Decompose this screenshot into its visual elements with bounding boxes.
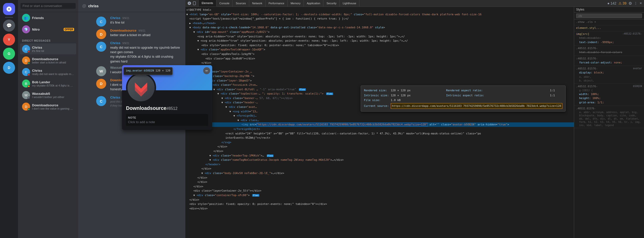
dm-status-dl-1 xyxy=(28,62,30,64)
dom-line-body[interactable]: ▼ <body data-new-gr-c-s-check-loaded="14… xyxy=(185,25,574,30)
expand-html[interactable]: ▼ xyxy=(186,13,188,16)
dom-panel[interactable]: <!DOCTYPE html> ▼ <html lang="en-GB" sty… xyxy=(185,7,574,238)
tab-security[interactable]: Security xyxy=(323,0,340,7)
device-icon[interactable] xyxy=(192,1,196,5)
dom-line-devtools2: <div class="appDevTools-1zkgfK"> xyxy=(185,52,574,56)
dom-line-closediv8: </div> xyxy=(185,184,574,189)
server-icon-3[interactable]: G xyxy=(3,48,15,60)
profile-banner: img.avatar-b5OQ1N 120 × 120 ✏ xyxy=(122,65,212,90)
nitro-avatar: 💎 xyxy=(22,25,30,33)
styles-prop-elemlist: a, abbr, acronym, address, applet, big, … xyxy=(576,111,642,127)
devtools-panel: Elements Console Sources Network Perform… xyxy=(185,0,644,238)
dom-line-emptydiv: <div></div> xyxy=(185,206,574,211)
dm-item-downloadsource-1[interactable]: D Downloadsource better start a ticket i… xyxy=(20,55,76,66)
msg-text-3b: my skylake i5700k at 4.9ghz is still cru… xyxy=(110,54,181,63)
dom-line-img[interactable]: <img src="https://cdn.discordapp.com/ava… xyxy=(185,122,574,127)
dom-line-devtools[interactable]: ▼ <div class="appDevToolsWrapper-1QxdQF"… xyxy=(185,47,574,52)
tab-lighthouse[interactable]: Lighthouse xyxy=(340,0,359,7)
img-tooltip-header: img.avatar-b5OQ1N 120 × 120 xyxy=(126,69,170,72)
dom-line-script: <script type="text/javascript">window["_… xyxy=(185,17,574,21)
profile-note-section[interactable]: NOTE Click to add a note xyxy=(126,114,208,126)
dm-avatar-wass: W xyxy=(22,91,30,99)
tooltip-intrinsic-label: Intrinsic size: xyxy=(364,93,390,98)
profile-avatar-large xyxy=(126,73,156,103)
styles-rule-forcedcolor: .40532.01576- html.disable-forced-colors xyxy=(574,46,644,56)
discord-home-button[interactable] xyxy=(3,3,15,15)
element-style-label: element.styl... xyxy=(576,26,601,30)
server-divider xyxy=(5,17,13,18)
dom-line-svg1: <svg aria-hidden="true" style="position:… xyxy=(185,34,574,39)
styles-adjust-selector[interactable]: :40532.01576- xyxy=(576,57,642,60)
tab-console[interactable]: Console xyxy=(216,0,233,7)
dm-item-bob[interactable]: B Bob Lander my skylake i5700k at 4.9ghz… xyxy=(20,78,76,89)
dom-line-layercontainer[interactable]: ▼ <div class="layerContainer-2v_… xyxy=(185,69,574,74)
dm-search-input[interactable] xyxy=(21,3,76,9)
friends-item[interactable]: 👥 Friends xyxy=(20,12,76,23)
tab-memory[interactable]: Memory xyxy=(288,0,304,7)
dom-line-html[interactable]: ▼ <html lang="en-GB" style="font-size: 1… xyxy=(185,12,574,17)
tab-sources[interactable]: Sources xyxy=(233,0,249,7)
dom-line-closeheader: </header> xyxy=(185,162,574,167)
nitro-item[interactable]: 💎 Nitro OFFER xyxy=(20,24,76,35)
dm-item-wassabub[interactable]: W Wassabub5 I wouldn't bother yet either xyxy=(20,90,76,101)
chat-header: @ chriss xyxy=(78,0,185,12)
tooltip-rendered-aspect: 1:1 xyxy=(550,88,562,93)
dm-item-chriss-1[interactable]: C Chriss it's fine lol xyxy=(20,43,76,54)
styles-forcedcolor-selector[interactable]: .40532.01576- xyxy=(576,47,642,50)
styles-element-selector[interactable]: element.styl... xyxy=(576,26,642,30)
styles-rule-avatar-b5: .40532.01576- b5OQ1N g-33B3J { width: 10… xyxy=(574,84,644,106)
msg-avatar-2: D xyxy=(96,29,106,39)
styles-elemlist-selector[interactable]: .40532.01576- xyxy=(576,107,642,110)
profile-edit-button[interactable]: ✏ xyxy=(203,67,210,74)
dom-line-layer[interactable]: ▼ <div class="layer-1Bqmd3"> xyxy=(185,78,574,83)
dom-line-containertop[interactable]: ▼ <div class="containerTop-xFc80"> Flex xyxy=(185,193,574,198)
dm-item-chriss-2[interactable]: C Chriss really did not want to upgrade … xyxy=(20,66,76,77)
styles-avatar-b5-selector[interactable]: .40532.01576- b5OQ1N xyxy=(576,85,642,88)
friends-label: Friends xyxy=(32,16,74,20)
profile-discriminator: #8512 xyxy=(166,106,178,111)
server-sidebar: 💬 Y G D xyxy=(0,0,18,238)
styles-show-cls-selector[interactable]: .show .cls + xyxy=(576,20,642,24)
dom-line-foreignobj[interactable]: ▼ <foreignObj… xyxy=(185,114,574,118)
dom-line-backdrop[interactable]: ▼ <div class="backdrop-2byYRN "> xyxy=(185,74,574,78)
dom-line-headertop[interactable]: ▼ <div class="headerTop-1PKKck">… Flex xyxy=(185,153,574,158)
dom-line-appmount[interactable]: ▼ <div id="app-mount" class="appMount-2y… xyxy=(185,30,574,34)
server-icon-2[interactable]: Y xyxy=(3,34,15,46)
tooltip-filesize-label: File size: xyxy=(364,98,390,103)
styles-prop-g33: g-33B3J { xyxy=(576,89,642,92)
styles-imgsrc-selector[interactable]: img[src] :40532:01576- xyxy=(576,32,642,36)
msg-username-1: Chriss xyxy=(110,16,120,20)
styles-prop-height: height: 100%; xyxy=(576,96,642,101)
msg-avatar-1: C xyxy=(96,17,106,27)
dm-status-dl-2 xyxy=(28,108,30,111)
dm-item-downloadsource-2[interactable]: D Downloadsource I don't see the value i… xyxy=(20,101,76,112)
styles-filter-input[interactable] xyxy=(576,14,642,18)
flex-badge-4: Flex xyxy=(252,194,259,197)
devtools-left-icons xyxy=(185,0,199,7)
profile-username-text: Downloadsource xyxy=(126,105,166,111)
tab-performance[interactable]: Performance xyxy=(266,0,288,7)
tab-network[interactable]: Network xyxy=(249,0,266,7)
tab-elements[interactable]: Elements xyxy=(199,0,216,7)
nitro-label: Nitro xyxy=(32,28,62,31)
dm-status-chriss-2 xyxy=(28,73,30,76)
dom-line-body-div[interactable]: ▼ <div class="body-1UAv50 noTabBar-2Q-lE… xyxy=(185,171,574,176)
close-devtools-icon[interactable]: ✕ xyxy=(639,2,642,5)
flex-badge-3: Flex xyxy=(267,154,274,157)
dom-line-closeforeignobj: </foreignObject> xyxy=(185,127,574,131)
dom-line-closediv4: </div> xyxy=(185,149,574,153)
inspect-icon[interactable] xyxy=(187,1,191,5)
styles-avatar-display-selector[interactable]: .40532.01576- avatar xyxy=(576,67,642,70)
profile-popup: img.avatar-b5OQ1N 120 × 120 ✏ xyxy=(122,65,212,130)
msg-avatar-6: C xyxy=(96,96,106,106)
more-icon[interactable]: ⋮ xyxy=(634,1,637,5)
server-icon-1[interactable]: 💬 xyxy=(3,20,15,32)
styles-prop-width: width: 100%; xyxy=(576,92,642,97)
dom-line-nametag[interactable]: ▼ <div class="nameTagNoCustomStatus-3ocq… xyxy=(185,158,574,162)
dom-line-divclass[interactable]: ▼ <div class… xyxy=(185,118,574,123)
profile-username-display: Downloadsource#8512 xyxy=(126,105,208,111)
settings-icon[interactable]: ⚙ xyxy=(628,1,632,6)
tab-application[interactable]: Application xyxy=(304,0,324,7)
server-icon-4[interactable]: D xyxy=(3,62,15,74)
msg-time-1: 9/9/21 xyxy=(122,17,129,20)
